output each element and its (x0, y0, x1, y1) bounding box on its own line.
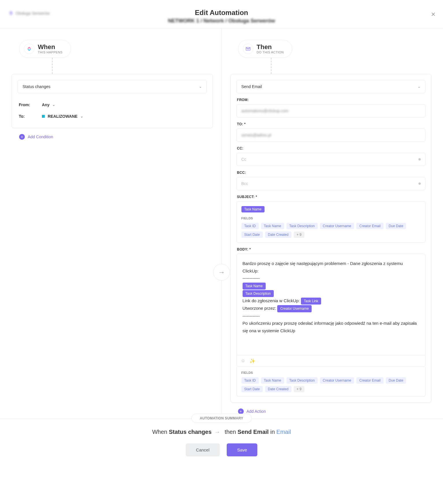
then-column: Then DO THIS ACTION Send Email ⌄ FROM: a… (222, 28, 443, 461)
field-chip[interactable]: Due Date (386, 223, 406, 229)
svg-point-0 (10, 12, 11, 13)
at-mention-icon[interactable]: ✨ (250, 358, 255, 364)
header-location: Obsługa Serwerów (9, 11, 50, 16)
main-area: When THIS HAPPENS Status changes ⌄ From:… (0, 28, 443, 461)
from-label: From: (19, 102, 36, 107)
from-field-label: FROM: (237, 98, 426, 102)
field-chip[interactable]: Creator Username (320, 377, 354, 384)
token-task-link[interactable]: Task Link (301, 298, 321, 305)
field-chip[interactable]: Date Created (265, 386, 291, 392)
arrow-right-icon: → (215, 429, 220, 435)
from-row: From: Any ⌄ (18, 99, 207, 111)
subject-field-label: SUBJECT: * (237, 195, 426, 199)
when-subtitle: THIS HAPPENS (38, 51, 63, 54)
subject-chip-row: Task ID Task Name Task Description Creat… (241, 223, 421, 238)
then-title: Then (257, 44, 284, 51)
header-location-text: Obsługa Serwerów (16, 11, 50, 16)
field-chip-more[interactable]: + 9 (294, 386, 304, 392)
bcc-field-label: BCC: (237, 171, 426, 175)
token-task-name[interactable]: Task Name (243, 283, 266, 290)
field-chip[interactable]: Date Created (265, 232, 291, 238)
body-chip-row: Task ID Task Name Task Description Creat… (241, 377, 421, 392)
field-chip[interactable]: Task Description (286, 223, 318, 229)
then-header: Then DO THIS ACTION (238, 40, 292, 58)
field-chip[interactable]: Task Name (261, 223, 284, 229)
token-creator-username[interactable]: Creator Username (277, 305, 312, 312)
trigger-select[interactable]: Status changes ⌄ (18, 80, 207, 93)
field-chip[interactable]: Task Name (261, 377, 284, 384)
summary-pill: AUTOMATION SUMMARY (191, 414, 252, 423)
chevron-down-icon: ⌄ (52, 103, 55, 107)
connector-line (271, 58, 271, 74)
to-label: To: (19, 114, 36, 119)
add-condition-button[interactable]: + Add Condition (19, 134, 213, 140)
body-field-label: BODY: * (237, 247, 426, 251)
button-row: Cancel Save (0, 443, 443, 456)
from-value-select[interactable]: Any ⌄ (42, 102, 55, 107)
body-box: Bardzo proszę o zajęcie się następującym… (237, 254, 426, 367)
to-field-label: TO: * (237, 122, 426, 126)
chevron-down-icon: ⌄ (418, 85, 420, 89)
cancel-button[interactable]: Cancel (186, 443, 220, 456)
field-chip[interactable]: Creator Email (356, 377, 383, 384)
chevron-down-icon: ⌄ (199, 85, 202, 89)
action-select[interactable]: Send Email ⌄ (237, 80, 426, 93)
breadcrumb: NETWORK 1 / Network / Obsługa Serwerów (168, 18, 275, 24)
to-row: To: REALIZOWANE ⌄ (18, 111, 207, 122)
save-button[interactable]: Save (227, 443, 257, 456)
when-header: When THIS HAPPENS (19, 40, 71, 58)
input-status-dot (418, 158, 421, 160)
when-column: When THIS HAPPENS Status changes ⌄ From:… (0, 28, 222, 461)
bcc-input[interactable]: Bcc (237, 177, 426, 190)
field-chip[interactable]: Creator Email (356, 223, 383, 229)
to-value-select[interactable]: REALIZOWANE ⌄ (42, 114, 83, 119)
field-chip[interactable]: Creator Username (320, 223, 354, 229)
body-fields-block: FIELDS Task ID Task Name Task Descriptio… (237, 367, 426, 397)
then-subtitle: DO THIS ACTION (257, 51, 284, 54)
action-card: Send Email ⌄ FROM: automations@clickup.c… (230, 74, 432, 403)
field-chip[interactable]: Due Date (386, 377, 406, 384)
email-link[interactable]: Email (276, 429, 291, 435)
plus-icon: + (19, 134, 25, 140)
cc-input[interactable]: Cc (237, 153, 426, 166)
field-chip[interactable]: Start Date (241, 386, 263, 392)
close-icon[interactable]: × (431, 10, 435, 19)
from-input[interactable]: automations@clickup.com (237, 104, 426, 117)
chevron-down-icon: ⌄ (80, 114, 83, 118)
summary-text: When Status changes→ then Send Email in … (0, 429, 443, 435)
trigger-label: Status changes (23, 84, 51, 89)
body-toolbar: ☺ ✨ (237, 355, 425, 367)
connector-line (52, 58, 53, 74)
to-input[interactable]: serwis@adres.pl (237, 128, 426, 142)
action-label: Send Email (241, 84, 262, 89)
clickup-icon (24, 44, 34, 54)
arrow-right-icon: → (213, 264, 230, 281)
email-icon (243, 44, 253, 54)
field-chip[interactable]: Start Date (241, 232, 263, 238)
cc-field-label: CC: (237, 146, 426, 150)
input-status-dot (418, 182, 421, 185)
fields-heading: FIELDS (241, 371, 421, 374)
emoji-icon[interactable]: ☺ (241, 358, 245, 364)
token-task-description[interactable]: Task Description (243, 290, 274, 297)
modal-header: Obsługa Serwerów Edit Automation NETWORK… (0, 0, 443, 28)
body-editor[interactable]: Bardzo proszę o zajęcie się następującym… (237, 254, 425, 355)
when-title: When (38, 44, 63, 51)
field-chip[interactable]: Task ID (241, 223, 259, 229)
field-chip[interactable]: Task ID (241, 377, 259, 384)
subject-box[interactable]: Task Name FIELDS Task ID Task Name Task … (237, 201, 426, 243)
location-icon (9, 11, 13, 16)
page-title: Edit Automation (195, 9, 248, 17)
status-color-dot (42, 115, 45, 118)
field-chip-more[interactable]: + 9 (294, 232, 304, 238)
trigger-card: Status changes ⌄ From: Any ⌄ To: REALIZO… (12, 74, 213, 128)
fields-heading: FIELDS (241, 216, 421, 220)
footer: AUTOMATION SUMMARY When Status changes→ … (0, 419, 443, 461)
add-action-button[interactable]: + Add Action (238, 408, 432, 414)
token-task-name[interactable]: Task Name (241, 206, 265, 212)
field-chip[interactable]: Task Description (286, 377, 318, 384)
